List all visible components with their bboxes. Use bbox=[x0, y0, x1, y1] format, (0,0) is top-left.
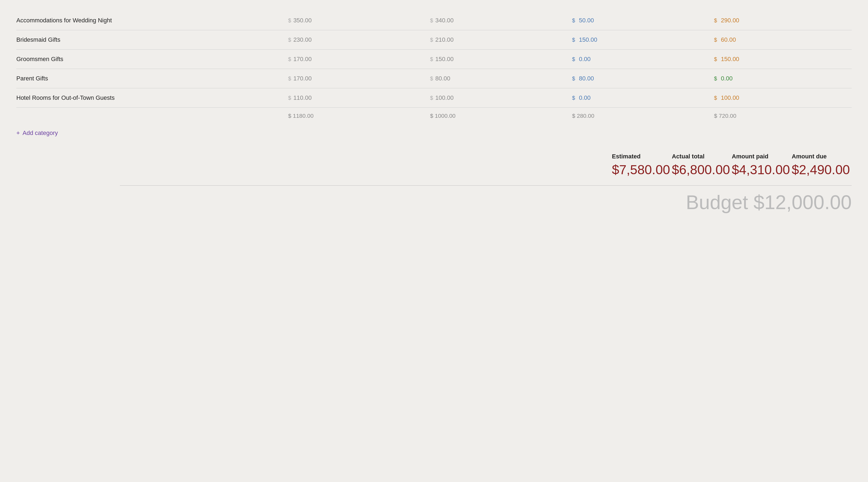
due-amount: $ 290.00 bbox=[710, 11, 851, 30]
add-category-cell: + Add category bbox=[17, 124, 851, 147]
due-label: Amount due bbox=[792, 153, 851, 160]
actual-label: Actual total bbox=[672, 153, 732, 160]
summary-due: Amount due $2,490.00 bbox=[792, 153, 851, 177]
paid-amount: $ 0.00 bbox=[568, 88, 710, 108]
actual-amount: $210.00 bbox=[426, 30, 568, 50]
paid-amount: $ 150.00 bbox=[568, 30, 710, 50]
table-row: Parent Gifts $170.00 $80.00 $ 80.00 $ 0.… bbox=[17, 69, 851, 88]
totals-actual: $ 1000.00 bbox=[426, 108, 568, 124]
actual-value: $6,800.00 bbox=[672, 162, 732, 177]
due-amount: $ 60.00 bbox=[710, 30, 851, 50]
row-label: Accommodations for Wedding Night bbox=[17, 11, 284, 30]
due-amount: $ 0.00 bbox=[710, 69, 851, 88]
add-category-label: Add category bbox=[23, 130, 58, 137]
estimated-label: Estimated bbox=[612, 153, 672, 160]
totals-row: $ 1180.00 $ 1000.00 $ 280.00 $ 720.00 bbox=[17, 108, 851, 124]
paid-amount: $ 80.00 bbox=[568, 69, 710, 88]
due-value: $2,490.00 bbox=[792, 162, 851, 177]
totals-empty bbox=[17, 108, 284, 124]
table-row: Accommodations for Wedding Night $350.00… bbox=[17, 11, 851, 30]
budget-table: Accommodations for Wedding Night $350.00… bbox=[17, 11, 851, 147]
add-category-button[interactable]: + Add category bbox=[17, 130, 58, 137]
estimated-amount: $170.00 bbox=[284, 50, 426, 69]
estimated-value: $7,580.00 bbox=[612, 162, 672, 177]
row-label: Hotel Rooms for Out-of-Town Guests bbox=[17, 88, 284, 108]
row-label: Groomsmen Gifts bbox=[17, 50, 284, 69]
actual-amount: $340.00 bbox=[426, 11, 568, 30]
summary-columns: Estimated $7,580.00 Actual total $6,800.… bbox=[17, 153, 851, 177]
estimated-amount: $350.00 bbox=[284, 11, 426, 30]
paid-label: Amount paid bbox=[732, 153, 792, 160]
actual-amount: $150.00 bbox=[426, 50, 568, 69]
due-amount: $ 150.00 bbox=[710, 50, 851, 69]
estimated-amount: $230.00 bbox=[284, 30, 426, 50]
summary-estimated: Estimated $7,580.00 bbox=[612, 153, 672, 177]
paid-value: $4,310.00 bbox=[732, 162, 792, 177]
paid-amount: $ 0.00 bbox=[568, 50, 710, 69]
table-row: Groomsmen Gifts $170.00 $150.00 $ 0.00 $… bbox=[17, 50, 851, 69]
summary-section: Estimated $7,580.00 Actual total $6,800.… bbox=[17, 153, 851, 214]
estimated-amount: $170.00 bbox=[284, 69, 426, 88]
actual-amount: $80.00 bbox=[426, 69, 568, 88]
add-category-row: + Add category bbox=[17, 124, 851, 147]
row-label: Parent Gifts bbox=[17, 69, 284, 88]
totals-paid: $ 280.00 bbox=[568, 108, 710, 124]
actual-amount: $100.00 bbox=[426, 88, 568, 108]
table-row: Hotel Rooms for Out-of-Town Guests $110.… bbox=[17, 88, 851, 108]
paid-amount: $ 50.00 bbox=[568, 11, 710, 30]
totals-due: $ 720.00 bbox=[710, 108, 851, 124]
budget-total: Budget $12,000.00 bbox=[17, 191, 851, 214]
totals-estimated: $ 1180.00 bbox=[284, 108, 426, 124]
plus-icon: + bbox=[17, 130, 20, 137]
summary-paid: Amount paid $4,310.00 bbox=[732, 153, 792, 177]
row-label: Bridesmaid Gifts bbox=[17, 30, 284, 50]
estimated-amount: $110.00 bbox=[284, 88, 426, 108]
summary-actual: Actual total $6,800.00 bbox=[672, 153, 732, 177]
table-row: Bridesmaid Gifts $230.00 $210.00 $ 150.0… bbox=[17, 30, 851, 50]
due-amount: $ 100.00 bbox=[710, 88, 851, 108]
